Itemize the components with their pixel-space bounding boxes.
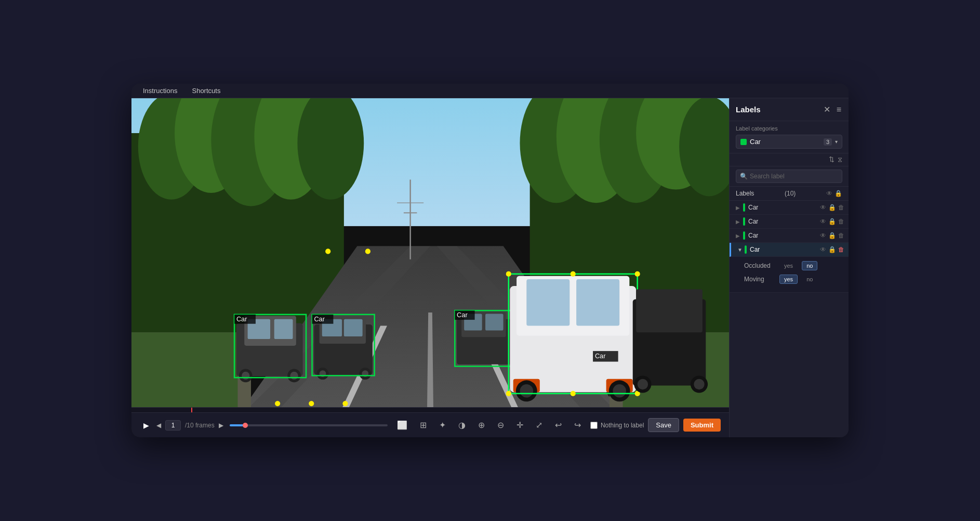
- svg-rect-62: [526, 279, 570, 325]
- eye-action-icon[interactable]: 👁: [820, 218, 826, 225]
- contrast-tool[interactable]: ◑: [455, 418, 469, 432]
- bounding-box-tool[interactable]: ⬜: [394, 418, 410, 432]
- svg-point-29: [325, 249, 330, 254]
- eye-action-icon[interactable]: 👁: [820, 204, 826, 211]
- label-name: Car: [748, 232, 820, 239]
- lock-action-icon[interactable]: 🔒: [828, 246, 836, 253]
- delete-action-icon[interactable]: 🗑: [838, 218, 844, 225]
- app-container: Instructions Shortcuts: [131, 84, 849, 437]
- label-item[interactable]: ▶ Car 👁 🔒 🗑: [730, 229, 849, 243]
- expand-icon: ▼: [737, 247, 745, 253]
- occluded-label: Occluded: [744, 262, 775, 269]
- delete-action-icon[interactable]: 🗑: [838, 246, 844, 253]
- timeline-row[interactable]: [131, 407, 729, 412]
- undo-tool[interactable]: ↩: [552, 418, 565, 432]
- occluded-no-button[interactable]: no: [802, 261, 817, 270]
- label-item-expanded[interactable]: ▼ Car 👁 🔒 🗑: [730, 243, 849, 257]
- expand-icon: ▶: [736, 219, 743, 225]
- label-color-indicator: [743, 231, 745, 240]
- search-icon: 🔍: [740, 173, 748, 180]
- submit-button[interactable]: Submit: [683, 419, 721, 432]
- delete-action-icon[interactable]: 🗑: [838, 204, 844, 211]
- playback-controls: ▶ ◀ /10 frames ▶: [140, 419, 223, 432]
- svg-point-67: [520, 384, 534, 398]
- labels-list: ▶ Car 👁 🔒 🗑 ▶ Car 👁 🔒: [730, 201, 849, 437]
- zoom-out-tool[interactable]: ⊖: [494, 418, 507, 432]
- expand-icon: ▶: [736, 233, 743, 239]
- lock-icon[interactable]: 🔒: [835, 190, 842, 197]
- svg-point-73: [506, 391, 511, 396]
- sort-icon[interactable]: ⇅: [829, 155, 835, 164]
- play-button[interactable]: ▶: [140, 419, 152, 432]
- resize-tool[interactable]: ⤢: [533, 418, 546, 432]
- svg-point-69: [613, 384, 626, 398]
- labels-title: Labels: [736, 190, 754, 197]
- svg-point-38: [290, 372, 298, 380]
- labels-header: Labels (10) 👁 🔒: [730, 187, 849, 201]
- svg-rect-56: [485, 314, 504, 331]
- category-dropdown[interactable]: Car 3 ▾: [736, 135, 842, 149]
- video-canvas[interactable]: Car Car: [131, 98, 729, 407]
- svg-text:Car: Car: [236, 315, 247, 323]
- toolbar: ▶ ◀ /10 frames ▶ ⬜ ⊞ ✦ ◑ ⊕ ⊖ ✛: [131, 412, 729, 437]
- label-color-indicator: [743, 203, 745, 212]
- save-button[interactable]: Save: [648, 418, 679, 432]
- timeline-bar[interactable]: [230, 424, 388, 426]
- label-actions: 👁 🔒 🗑: [820, 246, 844, 253]
- main-content: Car Car: [131, 98, 849, 437]
- lock-action-icon[interactable]: 🔒: [828, 204, 836, 211]
- eye-action-icon[interactable]: 👁: [820, 232, 826, 239]
- pan-tool[interactable]: ✛: [513, 418, 526, 432]
- svg-point-75: [571, 271, 576, 277]
- menu-instructions[interactable]: Instructions: [140, 86, 180, 96]
- lock-action-icon[interactable]: 🔒: [828, 232, 836, 239]
- crop-tool[interactable]: ⊞: [417, 418, 430, 432]
- label-attributes: Occluded yes no Moving yes no: [730, 257, 849, 293]
- filter-icon[interactable]: ⧖: [838, 155, 842, 164]
- svg-rect-34: [274, 319, 293, 339]
- lock-action-icon[interactable]: 🔒: [828, 218, 836, 225]
- labels-count: (10): [785, 190, 796, 197]
- occluded-attribute: Occluded yes no: [744, 261, 842, 270]
- nothing-checkbox[interactable]: [590, 422, 598, 429]
- svg-point-28: [342, 401, 348, 406]
- category-name: Car: [750, 138, 820, 146]
- label-item[interactable]: ▶ Car 👁 🔒 🗑: [730, 215, 849, 229]
- svg-point-76: [571, 391, 576, 396]
- svg-rect-21: [131, 332, 237, 407]
- search-input-wrap: 🔍: [736, 170, 842, 183]
- moving-no-button[interactable]: no: [802, 275, 817, 284]
- moving-attribute: Moving yes no: [744, 275, 842, 284]
- expand-icon: ▶: [736, 205, 743, 211]
- panel-header-icons: ✕ ≡: [823, 103, 842, 115]
- category-section: Label categories Car 3 ▾: [730, 121, 849, 153]
- zoom-in-tool[interactable]: ⊕: [475, 418, 488, 432]
- menu-panel-button[interactable]: ≡: [836, 104, 842, 115]
- frame-total: /10 frames: [185, 422, 215, 429]
- labels-header-icons: 👁 🔒: [826, 190, 842, 197]
- moving-label: Moving: [744, 276, 775, 283]
- label-color-indicator: [743, 217, 745, 226]
- svg-point-27: [309, 401, 314, 406]
- next-frame-button[interactable]: ▶: [219, 422, 223, 429]
- search-input[interactable]: [736, 170, 842, 183]
- menu-shortcuts[interactable]: Shortcuts: [189, 86, 223, 96]
- eye-icon[interactable]: 👁: [826, 190, 832, 197]
- redo-tool[interactable]: ↪: [571, 418, 584, 432]
- moving-yes-button[interactable]: yes: [779, 275, 798, 284]
- brightness-tool[interactable]: ✦: [436, 418, 449, 432]
- eye-action-icon[interactable]: 👁: [820, 246, 826, 253]
- svg-rect-45: [344, 319, 363, 336]
- frame-input[interactable]: [165, 420, 181, 431]
- occluded-yes-button[interactable]: yes: [779, 261, 798, 270]
- label-color-indicator: [745, 245, 747, 254]
- svg-text:Car: Car: [314, 315, 325, 323]
- delete-action-icon[interactable]: 🗑: [838, 232, 844, 239]
- panel-header: Labels ✕ ≡: [730, 98, 849, 121]
- close-panel-button[interactable]: ✕: [823, 103, 831, 115]
- nothing-to-label[interactable]: Nothing to label: [590, 422, 644, 429]
- prev-frame-button[interactable]: ◀: [156, 422, 161, 429]
- svg-point-36: [242, 372, 249, 380]
- label-item[interactable]: ▶ Car 👁 🔒 🗑: [730, 201, 849, 215]
- label-name: Car: [748, 218, 820, 225]
